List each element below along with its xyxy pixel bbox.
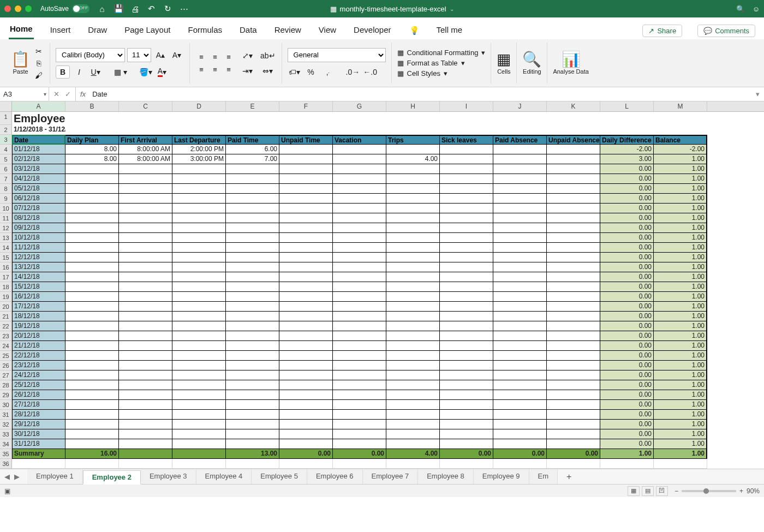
cell[interactable]: 1.00 xyxy=(654,400,707,410)
row-header[interactable]: 13 xyxy=(0,233,12,243)
cell[interactable] xyxy=(493,174,547,184)
cell[interactable] xyxy=(333,341,386,351)
cell[interactable]: 1.00 xyxy=(654,370,707,380)
cell[interactable]: 0.00 xyxy=(600,331,654,341)
cell[interactable] xyxy=(440,253,493,262)
cell[interactable] xyxy=(226,400,279,410)
cell[interactable] xyxy=(172,223,226,233)
cell[interactable] xyxy=(440,400,493,410)
cell[interactable] xyxy=(386,145,440,154)
cell[interactable] xyxy=(547,439,600,449)
cell[interactable] xyxy=(386,302,440,312)
cell[interactable] xyxy=(493,380,547,390)
cell[interactable] xyxy=(440,341,493,351)
cell[interactable] xyxy=(547,429,600,439)
cell[interactable] xyxy=(386,390,440,400)
cell[interactable]: Date xyxy=(12,135,65,145)
cell[interactable]: 0.00 xyxy=(600,400,654,410)
cell[interactable] xyxy=(119,459,172,469)
cell[interactable] xyxy=(600,459,654,469)
ribbon-tab-data[interactable]: Data xyxy=(238,23,258,39)
cell[interactable] xyxy=(333,459,386,469)
row-header[interactable]: 4 xyxy=(0,145,12,154)
cell[interactable] xyxy=(119,204,172,213)
cell[interactable] xyxy=(226,233,279,243)
cell[interactable]: Summary xyxy=(12,449,65,459)
cell[interactable] xyxy=(493,292,547,302)
cell[interactable] xyxy=(333,174,386,184)
cell[interactable] xyxy=(386,282,440,292)
row-header[interactable]: 31 xyxy=(0,410,12,420)
cell[interactable] xyxy=(119,253,172,262)
cell[interactable]: 0.00 xyxy=(600,302,654,312)
row-header[interactable]: 9 xyxy=(0,194,12,204)
cell[interactable] xyxy=(333,282,386,292)
cell[interactable] xyxy=(493,420,547,429)
cell[interactable] xyxy=(279,292,333,302)
cell[interactable] xyxy=(172,213,226,223)
cell[interactable] xyxy=(172,243,226,253)
ribbon-tab-review[interactable]: Review xyxy=(273,23,302,39)
cell[interactable]: 1.00 xyxy=(654,292,707,302)
cell[interactable] xyxy=(119,213,172,223)
cell[interactable] xyxy=(333,370,386,380)
cell[interactable]: 1.00 xyxy=(654,184,707,194)
cell[interactable] xyxy=(279,184,333,194)
cell[interactable] xyxy=(333,429,386,439)
cell[interactable] xyxy=(547,459,600,469)
column-header[interactable]: D xyxy=(172,101,226,111)
cell[interactable] xyxy=(279,302,333,312)
cell[interactable] xyxy=(65,194,119,204)
cell[interactable] xyxy=(119,410,172,420)
cell[interactable] xyxy=(279,243,333,253)
cell[interactable] xyxy=(119,380,172,390)
cell[interactable] xyxy=(493,272,547,282)
cell[interactable]: 09/12/18 xyxy=(12,223,65,233)
cell[interactable] xyxy=(119,321,172,331)
cell[interactable] xyxy=(65,184,119,194)
cell[interactable] xyxy=(279,194,333,204)
cell[interactable] xyxy=(493,112,547,125)
cell[interactable] xyxy=(119,420,172,429)
cell[interactable] xyxy=(493,390,547,400)
sheet-tab[interactable]: Employee 3 xyxy=(141,470,196,484)
cell[interactable] xyxy=(119,272,172,282)
row-header[interactable]: 26 xyxy=(0,361,12,370)
cell[interactable]: 1.00 xyxy=(654,262,707,272)
cell[interactable] xyxy=(65,312,119,321)
cell[interactable] xyxy=(386,233,440,243)
cell[interactable]: 23/12/18 xyxy=(12,361,65,370)
align-center-icon[interactable]: ≡ xyxy=(209,64,221,75)
cell[interactable] xyxy=(654,459,707,469)
cell[interactable] xyxy=(119,361,172,370)
cell[interactable] xyxy=(440,302,493,312)
font-color-button[interactable]: A▾ xyxy=(155,65,169,79)
column-header[interactable]: L xyxy=(600,101,654,111)
cell[interactable] xyxy=(547,272,600,282)
underline-button[interactable]: U ▾ xyxy=(88,65,103,79)
orientation-icon[interactable]: ⤢▾ xyxy=(240,49,254,62)
cell[interactable] xyxy=(493,331,547,341)
cell[interactable]: 0.00 xyxy=(600,341,654,351)
column-header[interactable]: E xyxy=(226,101,279,111)
cell[interactable] xyxy=(172,370,226,380)
cell[interactable] xyxy=(386,429,440,439)
row-header[interactable]: 1 xyxy=(0,112,12,125)
cell[interactable] xyxy=(279,145,333,154)
cell[interactable]: 17/12/18 xyxy=(12,302,65,312)
cell[interactable] xyxy=(386,184,440,194)
cell[interactable] xyxy=(65,420,119,429)
cell[interactable] xyxy=(279,420,333,429)
cell[interactable] xyxy=(440,164,493,174)
cell[interactable]: 28/12/18 xyxy=(12,410,65,420)
cell[interactable] xyxy=(119,341,172,351)
cell[interactable] xyxy=(386,341,440,351)
cell[interactable] xyxy=(547,420,600,429)
name-box[interactable]: A3▾ xyxy=(0,87,49,101)
cell[interactable] xyxy=(172,321,226,331)
cell[interactable] xyxy=(493,302,547,312)
search-icon[interactable]: 🔍 xyxy=(736,5,745,13)
cell[interactable] xyxy=(547,253,600,262)
conditional-formatting-button[interactable]: ▦Conditional Formatting ▾ xyxy=(397,49,486,57)
cell[interactable] xyxy=(547,400,600,410)
